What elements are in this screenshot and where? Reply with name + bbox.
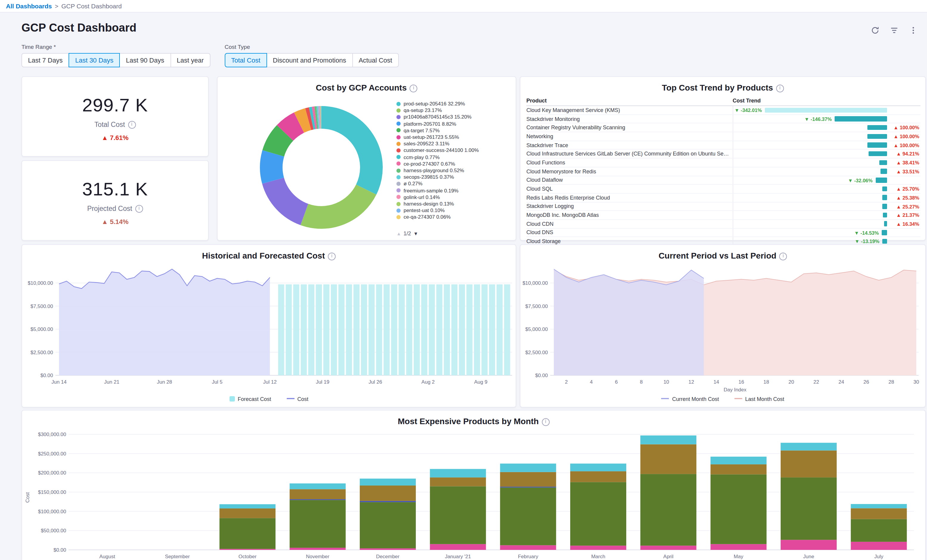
forecast-bar[interactable] — [384, 284, 390, 375]
forecast-bar[interactable] — [368, 284, 374, 375]
legend-item-ce-prod-274307[interactable]: ce-prod-274307 0.67% — [397, 161, 513, 167]
bar-segment-olive-green[interactable] — [219, 518, 275, 549]
trend-bar[interactable] — [868, 143, 887, 148]
bar-segment-cyan[interactable] — [430, 469, 486, 477]
cost-type-option-actual-cost[interactable]: Actual Cost — [352, 53, 399, 67]
table-row[interactable]: Cloud SQL▲ 25.70% — [526, 185, 921, 193]
forecast-bar[interactable] — [354, 284, 359, 375]
cost-type-option-total-cost[interactable]: Total Cost — [225, 53, 267, 67]
bar-segment-olive-green[interactable] — [290, 500, 346, 548]
info-icon[interactable] — [780, 253, 787, 260]
bar-segment-olive-green[interactable] — [500, 487, 556, 545]
bar-segment-cyan[interactable] — [640, 436, 696, 445]
page-down-icon[interactable] — [413, 231, 418, 236]
legend-item-harness-playground[interactable]: harness-playground 0.52% — [397, 167, 513, 173]
bar-segment-indigo[interactable] — [290, 499, 346, 500]
more-options-button[interactable] — [909, 26, 918, 35]
legend-item-ce-qa-274307[interactable]: ce-qa-274307 0.06% — [397, 214, 513, 220]
bar-segment-olive-green[interactable] — [360, 502, 416, 548]
table-row[interactable]: Cloud Dataflow▼ -32.06% — [526, 176, 921, 185]
donut-slice-harness-playground[interactable] — [316, 118, 317, 118]
trend-bar[interactable] — [880, 169, 887, 174]
forecast-bar[interactable] — [338, 284, 344, 375]
time-range-option-last-7-days[interactable]: Last 7 Days — [21, 53, 69, 67]
forecast-bar[interactable] — [436, 284, 442, 375]
forecast-bar[interactable] — [429, 284, 435, 375]
forecast-bar[interactable] — [459, 284, 465, 375]
legend-item-platform-205701[interactable]: platform-205701 8.82% — [397, 121, 513, 127]
table-row[interactable]: Stackdriver Logging▲ 25.27% — [526, 202, 921, 211]
trend-bar[interactable] — [882, 239, 887, 244]
forecast-bar[interactable] — [316, 284, 322, 375]
forecast-bar[interactable] — [331, 284, 337, 375]
trend-bar[interactable] — [835, 116, 887, 121]
monthly-products-stacked-bar-chart[interactable]: $0.00$50,000.00$100,000.00$150,000.00$20… — [22, 426, 925, 560]
bar-segment-olive-green[interactable] — [430, 486, 486, 544]
forecast-bar[interactable] — [497, 284, 503, 375]
bar-segment-indigo[interactable] — [360, 501, 416, 502]
trend-bar[interactable] — [765, 108, 887, 112]
legend-item-current-month[interactable]: Current Month Cost — [661, 396, 719, 402]
info-icon[interactable] — [128, 121, 135, 129]
forecast-bar[interactable] — [361, 284, 367, 375]
forecast-bar[interactable] — [286, 284, 292, 375]
trend-bar[interactable] — [882, 186, 887, 191]
table-row[interactable]: Stackdriver Trace▲ 100.00% — [526, 141, 921, 150]
bar-segment-magenta[interactable] — [430, 544, 486, 550]
table-row[interactable]: Cloud Memorystore for Redis▲ 33.51% — [526, 167, 921, 176]
forecast-bar[interactable] — [444, 284, 450, 375]
bar-segment-magenta[interactable] — [360, 548, 416, 550]
legend-item-prod-setup-205416[interactable]: prod-setup-205416 32.29% — [397, 101, 513, 107]
forecast-bar[interactable] — [391, 284, 397, 375]
time-range-option-last-year[interactable]: Last year — [170, 53, 210, 67]
legend-item-cost[interactable]: Cost — [287, 396, 308, 402]
forecast-bar[interactable] — [398, 284, 404, 375]
bar-segment-magenta[interactable] — [219, 549, 275, 550]
trend-bar[interactable] — [883, 213, 887, 218]
donut-slice-ce-prod-274307[interactable] — [313, 118, 316, 118]
bar-segment-brown[interactable] — [570, 471, 626, 482]
forecast-bar[interactable] — [421, 284, 427, 375]
legend-item-[interactable]: ø 0.27% — [397, 181, 513, 187]
table-row[interactable]: Cloud Infrastructure Services GitLab Ser… — [526, 150, 921, 158]
trend-bar[interactable] — [868, 134, 887, 139]
table-row[interactable]: Stackdriver Monitoring▼ -146.37% — [526, 115, 921, 123]
info-icon[interactable] — [410, 85, 417, 93]
legend-item-forecast[interactable]: Forecast Cost — [229, 396, 271, 402]
donut-slice-platform-205701[interactable] — [271, 153, 274, 181]
table-row[interactable]: Networking▲ 100.00% — [526, 132, 921, 141]
info-icon[interactable] — [135, 205, 143, 213]
bar-segment-cyan[interactable] — [360, 479, 416, 486]
info-icon[interactable] — [542, 418, 549, 426]
bar-segment-olive-green[interactable] — [711, 475, 767, 544]
forecast-bar[interactable] — [474, 284, 480, 375]
trend-bar[interactable] — [876, 178, 887, 183]
trend-bar[interactable] — [882, 204, 887, 209]
legend-item-last-month[interactable]: Last Month Cost — [734, 396, 784, 402]
forecast-bar[interactable] — [324, 284, 329, 375]
page-up-icon[interactable] — [397, 231, 401, 236]
legend-item-customer-success-244100[interactable]: customer-success-244100 1.00% — [397, 147, 513, 153]
table-row[interactable]: Redis Labs Redis Enterprise Cloud▲ 25.38… — [526, 194, 921, 202]
table-row[interactable]: Container Registry Vulnerability Scannin… — [526, 124, 921, 132]
table-row[interactable]: MongoDB Inc. MongoDB Atlas▲ 21.37% — [526, 211, 921, 220]
donut-slice-qa-target[interactable] — [274, 133, 285, 153]
gcp-accounts-donut-chart[interactable] — [257, 103, 386, 232]
bar-segment-olive-green[interactable] — [851, 519, 907, 542]
bar-segment-brown[interactable] — [500, 472, 556, 487]
trend-bar[interactable] — [868, 125, 887, 130]
donut-slice-sales-209522[interactable] — [299, 119, 308, 123]
table-row[interactable]: Cloud Functions▲ 38.41% — [526, 158, 921, 167]
forecast-bar[interactable] — [308, 284, 314, 375]
time-range-option-last-90-days[interactable]: Last 90 Days — [120, 53, 171, 67]
bar-segment-cyan[interactable] — [290, 483, 346, 489]
info-icon[interactable] — [776, 85, 784, 93]
filter-button[interactable] — [890, 26, 898, 35]
bar-segment-brown[interactable] — [851, 508, 907, 519]
legend-item-secops-239815[interactable]: secops-239815 0.37% — [397, 174, 513, 180]
bar-segment-brown[interactable] — [781, 451, 837, 478]
table-row[interactable]: Cloud DNS▼ -14.53% — [526, 228, 921, 237]
legend-item-harness-design[interactable]: harness-design 0.13% — [397, 201, 513, 207]
donut-slice-prod-setup-205416[interactable] — [321, 117, 371, 190]
period-comparison-chart[interactable]: $0.00$2,500.00$5,000.00$7,500.00$10,000.… — [520, 264, 925, 394]
